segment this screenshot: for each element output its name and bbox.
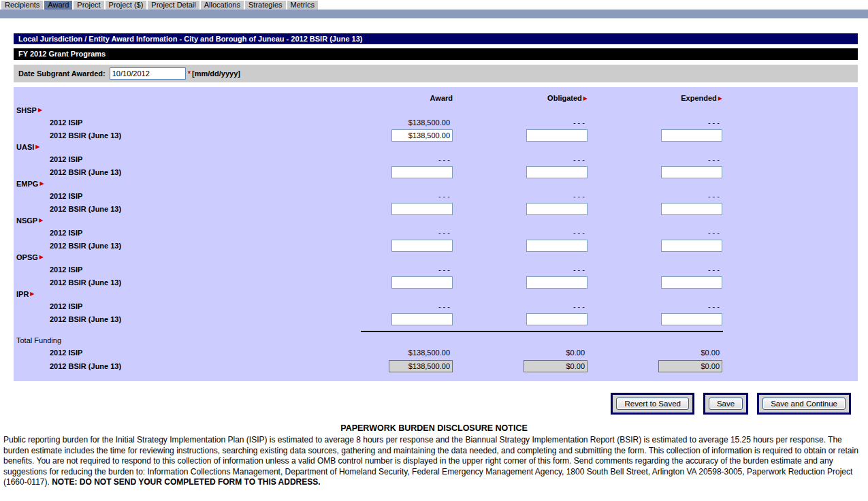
tab-metrics[interactable]: Metrics (287, 1, 318, 10)
isip-row-label: 2012 ISIP (14, 155, 438, 163)
tab-allocations[interactable]: Allocations (201, 1, 244, 10)
isip-award-value: - - - (438, 192, 453, 200)
bsir-row-label: 2012 BSIR (June 13) (14, 205, 391, 213)
section-title: FY 2012 Grant Programs (14, 48, 858, 60)
date-subgrant-label: Date Subgrant Awarded: (18, 69, 106, 78)
tab-label: Recipients (5, 1, 39, 9)
bsir-expended-input[interactable] (661, 166, 722, 178)
bsir-award-input[interactable] (391, 240, 453, 252)
red-arrow-icon: ▶ (39, 180, 44, 187)
bsir-expended-input[interactable] (661, 240, 722, 252)
column-header-row: Award Obligated▶ Expended▶ (14, 91, 858, 105)
isip-award-value: - - - (438, 302, 453, 310)
isip-expended-value: - - - (588, 118, 722, 127)
notice-title: PAPERWORK BURDEN DISCLOSURE NOTICE (3, 423, 865, 433)
program-group-row: UASI▶ (14, 142, 858, 152)
bsir-award-input[interactable] (391, 166, 453, 178)
grant-programs-panel: Award Obligated▶ Expended▶ SHSP▶ 2012 IS… (14, 87, 858, 381)
isip-obligated-value: - - - (453, 155, 588, 163)
bsir-expended-input[interactable] (661, 203, 722, 215)
isip-row-label: 2012 ISIP (14, 229, 438, 237)
isip-row: 2012 ISIP $138,500.00 - - - - - - (14, 116, 858, 129)
date-format-hint: [mm/dd/yyyy] (192, 69, 240, 78)
isip-expended-value: - - - (588, 192, 722, 200)
isip-obligated-value: - - - (453, 192, 588, 200)
bsir-row-label: 2012 BSIR (June 13) (14, 362, 389, 370)
bsir-obligated-input[interactable] (526, 240, 588, 252)
tab-label: Award (48, 1, 69, 9)
isip-row-label: 2012 ISIP (14, 118, 408, 127)
bsir-row: 2012 BSIR (June 13) (14, 276, 858, 289)
isip-obligated-value: - - - (453, 302, 588, 310)
save-button[interactable]: Save (709, 398, 743, 410)
tab-project[interactable]: Project ($) (106, 1, 147, 10)
revert-button-box: Revert to Saved (611, 393, 694, 415)
bsir-row-label: 2012 BSIR (June 13) (14, 278, 391, 287)
program-name: SHSP (14, 106, 37, 114)
isip-row: 2012 ISIP - - - - - - - - - (14, 189, 858, 202)
red-arrow-icon: ▶ (30, 291, 34, 297)
tab-project[interactable]: Project (74, 1, 103, 10)
column-header-expended: Expended (681, 94, 717, 102)
bsir-row-label: 2012 BSIR (June 13) (14, 315, 391, 323)
tab-award[interactable]: Award (44, 1, 72, 10)
isip-obligated-value: - - - (453, 265, 588, 274)
total-bsir-row: 2012 BSIR (June 13) (14, 359, 858, 373)
program-group-row: SHSP▶ (14, 105, 858, 116)
program-name: IPR (14, 290, 29, 298)
bsir-row-label: 2012 BSIR (June 13) (14, 168, 391, 176)
date-subgrant-input[interactable] (110, 67, 186, 80)
isip-row-label: 2012 ISIP (14, 302, 438, 310)
column-header-obligated: Obligated (547, 94, 582, 102)
tab-recipients[interactable]: Recipients (1, 1, 43, 10)
red-arrow-icon: ▶ (583, 95, 588, 101)
isip-obligated-value: - - - (453, 229, 588, 237)
bsir-award-input[interactable] (391, 129, 453, 142)
program-name: NSGP (14, 216, 37, 225)
bsir-obligated-input[interactable] (526, 276, 588, 289)
bsir-obligated-input[interactable] (526, 203, 588, 215)
bsir-row: 2012 BSIR (June 13) (14, 129, 858, 142)
program-group-row: NSGP▶ (14, 215, 858, 226)
bsir-obligated-input[interactable] (526, 129, 588, 142)
tab-strategies[interactable]: Strategies (245, 1, 286, 10)
revert-to-saved-button[interactable]: Revert to Saved (616, 398, 688, 410)
isip-row-label: 2012 ISIP (14, 349, 408, 357)
total-funding-label: Total Funding (14, 336, 61, 344)
total-bsir-obligated-field (524, 360, 588, 372)
total-bsir-award-field (389, 360, 453, 372)
total-funding-row: Total Funding (14, 335, 858, 346)
isip-award-value: $138,500.00 (408, 118, 453, 127)
program-name: EMPG (14, 180, 38, 188)
bsir-obligated-input[interactable] (526, 166, 588, 178)
red-arrow-icon: ▶ (38, 107, 42, 113)
bsir-obligated-input[interactable] (526, 313, 588, 325)
bsir-expended-input[interactable] (661, 313, 722, 325)
program-group-row: IPR▶ (14, 289, 858, 300)
tab-project-detail[interactable]: Project Detail (148, 1, 199, 10)
bsir-award-input[interactable] (391, 276, 453, 289)
bsir-expended-input[interactable] (661, 129, 722, 142)
program-rows: SHSP▶ 2012 ISIP $138,500.00 - - - - - - … (14, 105, 858, 325)
isip-row: 2012 ISIP - - - - - - - - - (14, 263, 858, 276)
bsir-award-input[interactable] (391, 203, 453, 215)
isip-award-value: - - - (438, 155, 453, 163)
save-and-continue-button[interactable]: Save and Continue (762, 398, 846, 410)
tab-label: Project ($) (109, 1, 144, 9)
bsir-row-label: 2012 BSIR (June 13) (14, 131, 391, 140)
notice-body: Public reporting burden for the Initial … (3, 435, 865, 488)
action-buttons: Revert to Saved Save Save and Continue (14, 393, 858, 415)
bsir-award-input[interactable] (391, 313, 453, 325)
isip-row: 2012 ISIP - - - - - - - - - (14, 152, 858, 165)
bsir-row: 2012 BSIR (June 13) (14, 312, 858, 325)
total-isip-award-value: $138,500.00 (408, 349, 453, 357)
program-group-row: EMPG▶ (14, 178, 858, 189)
total-isip-expended-value: $0.00 (588, 349, 722, 357)
isip-expended-value: - - - (588, 302, 722, 310)
isip-row-label: 2012 ISIP (14, 192, 438, 200)
isip-row: 2012 ISIP - - - - - - - - - (14, 226, 858, 239)
bsir-expended-input[interactable] (661, 276, 722, 289)
isip-expended-value: - - - (588, 265, 722, 274)
tab-label: Project (77, 1, 100, 9)
red-arrow-icon: ▶ (39, 217, 43, 223)
